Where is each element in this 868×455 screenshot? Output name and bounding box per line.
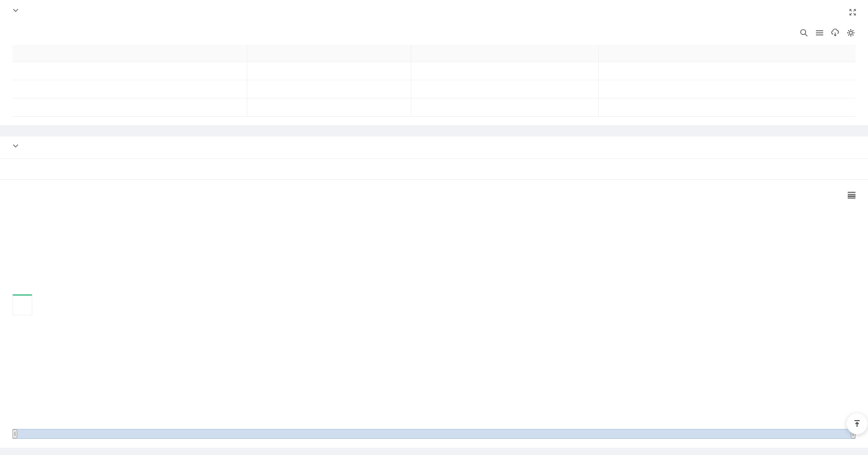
table-row <box>12 62 856 80</box>
earnings-header <box>12 143 24 149</box>
table-row <box>12 99 856 117</box>
table-header-row <box>12 45 856 62</box>
chart-navigator[interactable] <box>12 429 856 439</box>
chart-context-menu-icon[interactable] <box>848 192 856 199</box>
cell-update <box>599 99 856 116</box>
earnings-tabs <box>12 294 32 315</box>
table-toolbar <box>799 28 856 38</box>
navigator-handle-left[interactable] <box>12 429 17 438</box>
cell-frozen-usdt <box>411 62 599 80</box>
cell-update <box>599 80 856 98</box>
collapse-chevron-icon[interactable] <box>12 7 19 14</box>
asset-table <box>12 45 856 117</box>
row-label-current[interactable] <box>12 62 247 80</box>
expand-icon[interactable] <box>848 7 858 19</box>
fullscreen-control <box>844 192 856 199</box>
earnings-panel <box>0 137 868 448</box>
status-info-panel <box>0 0 868 125</box>
cell-frozen-usdt <box>411 80 599 98</box>
collapse-chevron-icon[interactable] <box>12 143 19 149</box>
cell-free-usdt <box>247 99 411 116</box>
cell-update <box>599 62 856 80</box>
cell-free-usdt <box>247 62 411 80</box>
column-header <box>247 45 411 62</box>
page <box>0 0 868 455</box>
row-label-diff <box>12 99 247 116</box>
settings-icon[interactable] <box>846 28 856 38</box>
back-to-top-button[interactable] <box>847 413 867 434</box>
status-info-header <box>12 7 24 14</box>
column-header <box>599 45 856 62</box>
cell-frozen-usdt <box>411 99 599 116</box>
tab-futures-binance-bnb-usdt[interactable] <box>12 294 32 315</box>
cloud-download-icon[interactable] <box>831 28 840 38</box>
column-header <box>12 45 247 62</box>
search-icon[interactable] <box>799 28 809 38</box>
row-label-init <box>12 80 247 98</box>
column-header <box>411 45 599 62</box>
table-row <box>12 80 856 99</box>
menu-icon[interactable] <box>815 28 824 38</box>
cell-free-usdt <box>247 80 411 98</box>
